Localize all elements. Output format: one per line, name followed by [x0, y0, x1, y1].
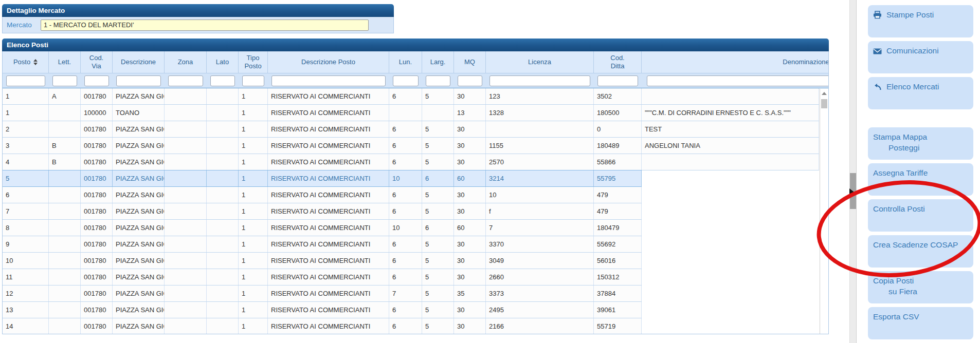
- table-row[interactable]: 7001780PIAZZA SAN GIO1RISERVATO AI COMME…: [3, 203, 642, 220]
- column-header-label: Licenza: [528, 58, 551, 66]
- cell-zona: [165, 269, 207, 285]
- cell-tipo_posto: 1: [239, 220, 268, 236]
- table-row[interactable]: 12001780PIAZZA SAN GIO1RISERVATO AI COMM…: [3, 285, 642, 302]
- filter-input-licenza[interactable]: [489, 75, 590, 86]
- table-row[interactable]: 1A001780PIAZZA SAN GIO1RISERVATO AI COMM…: [3, 88, 819, 105]
- cell-descrizione: PIAZZA SAN GIO: [113, 236, 165, 252]
- copia-posti-su-fiera-button[interactable]: Copia Postisu Fiera: [868, 271, 973, 303]
- column-header-denominazione[interactable]: Denominazione: [642, 51, 829, 73]
- sort-icon[interactable]: [33, 59, 38, 65]
- splitter-collapse-arrow-icon[interactable]: [849, 188, 854, 196]
- filter-input-zona[interactable]: [168, 75, 203, 86]
- cell-lett: [49, 318, 81, 334]
- filter-input-lun[interactable]: [393, 75, 419, 86]
- column-header-descrizione[interactable]: Descrizione: [113, 51, 165, 73]
- table-row[interactable]: 10001780PIAZZA SAN GIO1RISERVATO AI COMM…: [3, 253, 642, 269]
- column-header-descrizione_posto[interactable]: Descrizione Posto: [268, 51, 389, 73]
- cell-lato: [207, 138, 239, 154]
- column-header-larg[interactable]: Larg.: [422, 51, 454, 73]
- stampa-mappa-posteggi-button[interactable]: Stampa MappaPosteggi: [868, 127, 973, 160]
- cell-cod_ditta: 56016: [594, 253, 642, 269]
- cell-tipo_posto: 1: [239, 285, 268, 301]
- cell-lato: [207, 170, 239, 186]
- column-header-zona[interactable]: Zona: [165, 51, 207, 73]
- cell-descrizione_posto: RISERVATO AI COMMERCIANTI: [268, 236, 389, 252]
- stampe-posti-button[interactable]: Stampe Posti: [868, 5, 973, 37]
- cell-licenza: 2495: [486, 302, 594, 318]
- cell-cod_via: 001780: [81, 170, 113, 186]
- cell-descrizione: PIAZZA SAN GIO: [113, 269, 165, 285]
- table-row[interactable]: 8001780PIAZZA SAN GIO1RISERVATO AI COMME…: [3, 220, 642, 236]
- table-row[interactable]: 11001780PIAZZA SAN GIO1RISERVATO AI COMM…: [3, 269, 642, 285]
- cell-denominazione: TEST: [642, 121, 819, 137]
- table-row[interactable]: 2001780PIAZZA SAN GIO1RISERVATO AI COMME…: [3, 121, 819, 138]
- table-row[interactable]: 3B001780PIAZZA SAN GIO1RISERVATO AI COMM…: [3, 138, 819, 154]
- cell-cod_ditta: 37884: [594, 285, 642, 301]
- cell-descrizione_posto: RISERVATO AI COMMERCIANTI: [268, 121, 389, 137]
- cell-tipo_posto: 1: [239, 170, 268, 186]
- table-row[interactable]: 14001780PIAZZA SAN GIO1RISERVATO AI COMM…: [3, 318, 642, 334]
- cell-zona: [165, 138, 207, 154]
- table-row[interactable]: 1100000TOANO1RISERVATO AI COMMERCIANTI13…: [3, 105, 819, 121]
- market-panel-title: Dettaglio Mercato: [2, 4, 394, 17]
- controlla-posti-button[interactable]: Controlla Posti: [868, 199, 973, 232]
- column-header-cod_via[interactable]: Cod. Via: [81, 51, 113, 73]
- filter-input-denominazione[interactable]: [647, 75, 829, 86]
- comunicazioni-button[interactable]: Comunicazioni: [868, 41, 973, 73]
- cell-cod_via: 001780: [81, 285, 113, 301]
- column-header-lett[interactable]: Lett.: [49, 51, 81, 73]
- filter-input-lato[interactable]: [210, 75, 235, 86]
- filter-input-posto[interactable]: [6, 75, 45, 86]
- cell-cod_via: 001780: [81, 220, 113, 236]
- column-header-tipo_posto[interactable]: Tipo Posto: [239, 51, 268, 73]
- cell-posto: 7: [3, 203, 49, 219]
- cell-tipo_posto: 1: [239, 203, 268, 219]
- filter-input-lett[interactable]: [52, 75, 77, 86]
- crea-scadenze-cosap-button[interactable]: Crea Scadenze COSAP: [868, 235, 973, 268]
- cell-larg: 5: [422, 318, 454, 334]
- table-row[interactable]: 4B001780PIAZZA SAN GIO1RISERVATO AI COMM…: [3, 154, 819, 170]
- column-header-mq[interactable]: MQ: [454, 51, 486, 73]
- cell-lato: [207, 269, 239, 285]
- grid-vertical-scrollbar[interactable]: [820, 89, 828, 334]
- assegna-tariffe-button[interactable]: Assegna Tariffe: [868, 163, 973, 196]
- table-row[interactable]: 9001780PIAZZA SAN GIO1RISERVATO AI COMME…: [3, 236, 642, 253]
- cell-lun: 6: [389, 236, 422, 252]
- filter-input-descrizione[interactable]: [116, 75, 161, 86]
- filter-input-mq[interactable]: [458, 75, 482, 86]
- filter-input-descrizione_posto[interactable]: [271, 75, 386, 86]
- button-label: Comunicazioni: [873, 45, 968, 58]
- filter-input-cod_via[interactable]: [84, 75, 109, 86]
- column-header-lato[interactable]: Lato: [207, 51, 239, 73]
- cell-zona: [165, 203, 207, 219]
- filter-input-tipo_posto[interactable]: [242, 75, 264, 86]
- filter-input-larg[interactable]: [426, 75, 450, 86]
- column-header-licenza[interactable]: Licenza: [486, 51, 594, 73]
- table-row[interactable]: 5001780PIAZZA SAN GIO1RISERVATO AI COMME…: [3, 170, 642, 187]
- cell-posto: 8: [3, 220, 49, 236]
- cell-cod_ditta: 150312: [594, 269, 642, 285]
- table-row[interactable]: 13001780PIAZZA SAN GIO1RISERVATO AI COMM…: [3, 302, 642, 318]
- table-row[interactable]: 6001780PIAZZA SAN GIO1RISERVATO AI COMME…: [3, 187, 642, 203]
- elenco-mercati-button[interactable]: Elenco Mercati: [868, 77, 973, 109]
- cell-lun: [389, 105, 422, 121]
- column-header-posto[interactable]: Posto: [3, 51, 49, 73]
- cell-tipo_posto: 1: [239, 88, 268, 104]
- filter-input-cod_ditta[interactable]: [597, 75, 638, 86]
- cell-posto: 4: [3, 154, 49, 170]
- cell-lato: [207, 318, 239, 334]
- cell-lett: [49, 269, 81, 285]
- cell-licenza: 1155: [486, 138, 594, 154]
- cell-lato: [207, 88, 239, 104]
- esporta-csv-button[interactable]: Esporta CSV: [868, 307, 973, 339]
- scrollbar-thumb[interactable]: [821, 99, 827, 108]
- cell-descrizione: PIAZZA SAN GIO: [113, 154, 165, 170]
- column-header-lun[interactable]: Lun.: [389, 51, 422, 73]
- scroll-up-arrow-icon[interactable]: [820, 89, 828, 98]
- cell-cod_ditta: 55692: [594, 236, 642, 252]
- filter-cell-descrizione: [113, 73, 165, 88]
- market-input[interactable]: [41, 20, 369, 31]
- cell-tipo_posto: 1: [239, 187, 268, 203]
- column-header-cod_ditta[interactable]: Cod. Ditta: [594, 51, 642, 73]
- panel-splitter[interactable]: [849, 0, 857, 343]
